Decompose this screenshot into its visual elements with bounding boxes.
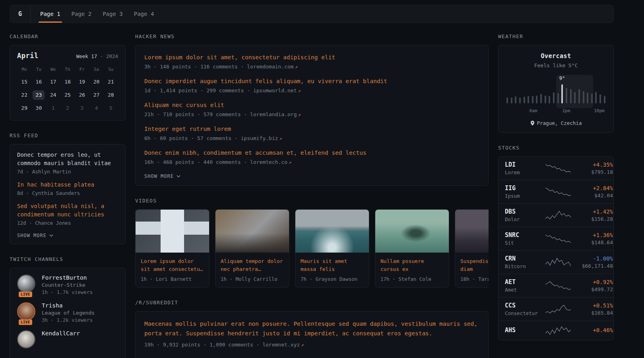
hn-item: Donec enim nibh, condimentum et accumsan… xyxy=(144,149,479,165)
rss-item-link[interactable]: In hac habitasse platea xyxy=(17,181,118,189)
twitch-channel-name[interactable]: Trisha xyxy=(42,302,95,309)
stock-sparkline xyxy=(545,233,571,244)
video-thumbnail[interactable] xyxy=(295,210,369,253)
stock-symbol: CRN xyxy=(505,255,541,262)
video-thumbnail[interactable] xyxy=(215,210,289,253)
calendar-dow: Th xyxy=(60,67,75,74)
twitch-channel-item[interactable]: LIVE Trisha League of Legends 3h · 1.2k … xyxy=(17,302,118,323)
video-card: Nullam posuere cursus ex 17h · Stefan Co… xyxy=(375,209,449,288)
video-thumbnail[interactable] xyxy=(136,210,209,253)
subreddit-widget: Maecenas mollis pulvinar erat non posuer… xyxy=(135,311,489,358)
reddit-post-link[interactable]: Maecenas mollis pulvinar erat non posuer… xyxy=(144,319,479,339)
app-logo[interactable]: G xyxy=(10,5,31,23)
hn-item-domain-link[interactable]: ipsumify.biz↗ xyxy=(241,135,282,141)
weather-section: WEATHER Overcast Feels like 5°C 9° 6am2p… xyxy=(498,33,614,133)
calendar-section-title: CALENDAR xyxy=(10,33,126,39)
video-title-link[interactable]: Mauris sit amet massa felis xyxy=(301,257,364,273)
twitch-avatar-wrap: LIVE xyxy=(17,302,36,323)
hn-item-domain-link[interactable]: loremlandia.org↗ xyxy=(250,111,301,117)
tab-page-2[interactable]: Page 2 xyxy=(66,5,97,23)
twitch-channel-name[interactable]: ForrestBurton xyxy=(42,274,93,281)
videos-section: VIDEOS Lorem ipsum dolor sit amet consec… xyxy=(135,198,489,288)
avatar xyxy=(17,302,35,321)
rss-show-more-button[interactable]: SHOW MORE xyxy=(17,233,53,238)
calendar-day: 25 xyxy=(62,90,74,100)
calendar-day-next-month: 5 xyxy=(105,103,117,113)
calendar-day: 24 xyxy=(47,90,59,100)
hn-item-domain-link[interactable]: ipsumworld.net↗ xyxy=(253,88,301,93)
hn-item-domain-link[interactable]: loremtech.co↗ xyxy=(250,159,291,165)
calendar-week-info: Week 17 · 2024 xyxy=(76,53,118,59)
left-column: CALENDAR April Week 17 · 2024 Mo Tu We T… xyxy=(10,33,126,358)
stock-price: $42.04 xyxy=(575,193,613,198)
tab-page-4[interactable]: Page 4 xyxy=(128,5,160,23)
calendar-day-next-month: 2 xyxy=(62,103,74,113)
video-thumbnail[interactable] xyxy=(375,210,449,253)
calendar-day-next-month: 3 xyxy=(76,103,88,113)
stock-symbol: SNRC xyxy=(505,232,541,239)
stock-price: $165.84 xyxy=(575,310,613,316)
reddit-post-domain-link[interactable]: loremnet.xyz↗ xyxy=(262,342,304,348)
twitch-avatar-wrap xyxy=(17,330,36,348)
weather-condition: Overcast xyxy=(506,53,606,60)
video-title-link[interactable]: Suspendisse diam xyxy=(460,257,489,273)
subreddit-section: /R/SUBREDDIT Maecenas mollis pulvinar er… xyxy=(135,300,489,358)
chevron-down-icon xyxy=(49,234,53,237)
hn-item-link[interactable]: Integer eget rutrum lorem xyxy=(144,125,479,133)
hn-item-meta: 21h · 710 points · 579 comments · loreml… xyxy=(144,111,479,117)
hn-item: Integer eget rutrum lorem 6h · 60 points… xyxy=(144,125,479,141)
calendar-day: 17 xyxy=(47,77,59,87)
hacker-news-section: HACKER NEWS Lorem ipsum dolor sit amet, … xyxy=(135,33,489,186)
video-thumbnail[interactable] xyxy=(455,210,489,253)
twitch-channel-name[interactable]: KendallCarr xyxy=(42,330,80,337)
stock-sparkline xyxy=(545,280,571,291)
hn-item-domain-link[interactable]: loremdomain.com↗ xyxy=(247,64,298,70)
calendar-dow: Sa xyxy=(89,67,103,74)
calendar-day: 19 xyxy=(76,77,88,87)
rss-item-link[interactable]: Sed volutpat nulla nisl, a condimentum n… xyxy=(17,202,118,219)
hn-item-link[interactable]: Aliquam nec cursus elit xyxy=(144,101,479,109)
calendar-day-next-month: 1 xyxy=(47,103,59,113)
tab-page-3[interactable]: Page 3 xyxy=(97,5,128,23)
twitch-channel-meta: 3h · 1.2k viewers xyxy=(42,317,95,323)
stocks-widget: LDILorem +4.35%$795.18 IIGIpsum +2.84%$4… xyxy=(498,156,614,340)
stock-change: +0.51% xyxy=(575,302,613,309)
stock-sparkline xyxy=(545,163,571,173)
weather-time-labels: 6am2pm10pm xyxy=(506,108,605,114)
stock-sparkline xyxy=(545,304,571,314)
avatar xyxy=(17,330,35,348)
stock-symbol: AHS xyxy=(505,327,541,334)
calendar-widget: April Week 17 · 2024 Mo Tu We Th Fr Sa S xyxy=(10,45,126,121)
calendar-day: 15 xyxy=(18,77,30,87)
calendar-day-next-month: 4 xyxy=(91,103,103,113)
video-title-link[interactable]: Nullam posuere cursus ex xyxy=(380,257,444,273)
calendar-day: 27 xyxy=(91,90,103,100)
external-link-icon: ↗ xyxy=(301,342,304,348)
twitch-channel-item[interactable]: LIVE ForrestBurton Counter-Strike 1h · 1… xyxy=(17,274,118,295)
stock-change: +0.46% xyxy=(575,327,613,333)
subreddit-section-title: /R/SUBREDDIT xyxy=(135,300,489,305)
page-tabs: Page 1 Page 2 Page 3 Page 4 xyxy=(31,5,159,23)
video-title-link[interactable]: Lorem ipsum dolor sit amet consectetu… xyxy=(141,257,204,273)
stock-symbol: DBS xyxy=(505,208,541,215)
stock-row: AETAmet +0.92%$499.72 xyxy=(499,274,613,297)
hn-item-link[interactable]: Donec enim nibh, condimentum et accumsan… xyxy=(144,149,479,157)
calendar-day: 22 xyxy=(18,90,30,100)
tab-page-1[interactable]: Page 1 xyxy=(35,5,66,23)
hn-show-more-button[interactable]: SHOW MORE xyxy=(144,173,180,179)
stock-price: $148.64 xyxy=(575,239,613,245)
hn-item-link[interactable]: Lorem ipsum dolor sit amet, consectetur … xyxy=(144,53,479,62)
weather-peak-temp: 9° xyxy=(559,76,565,81)
calendar-day-today: 23 xyxy=(33,90,45,100)
rss-item-link[interactable]: Donec tempor eros leo, ut commodo mauris… xyxy=(17,151,118,167)
video-title-link[interactable]: Aliquam tempor dolor nec pharetra… xyxy=(221,257,284,273)
twitch-channel-item[interactable]: KendallCarr xyxy=(17,330,118,348)
hn-item-link[interactable]: Donec imperdiet augue tincidunt felis al… xyxy=(144,77,479,86)
rss-section: RSS FEED Donec tempor eros leo, ut commo… xyxy=(10,132,126,244)
stock-row: CRNBitcorn -1.00%$66,171.48 xyxy=(499,250,613,274)
twitch-channel-meta: 1h · 1.7k viewers xyxy=(42,289,93,295)
reddit-post-meta: 19h · 9,932 points · 1,090 comments · lo… xyxy=(144,342,479,348)
calendar-day: 21 xyxy=(105,77,117,87)
stock-price: $795.18 xyxy=(575,169,613,175)
avatar xyxy=(17,274,35,293)
